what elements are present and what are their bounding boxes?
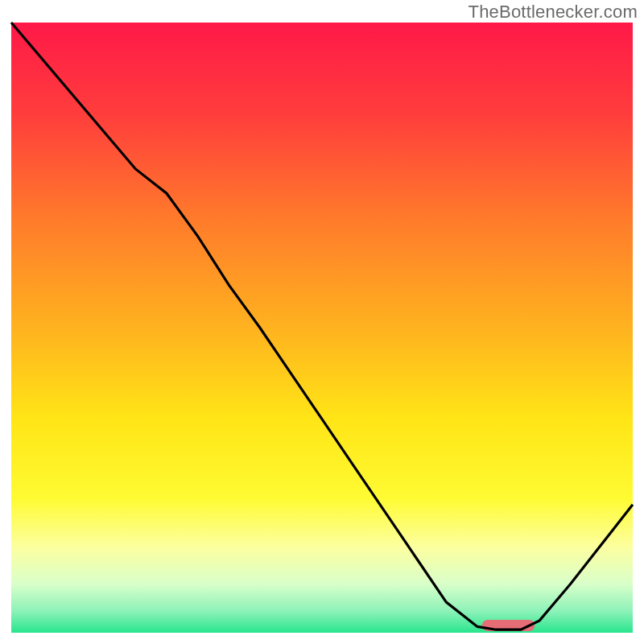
gradient-background [11,23,633,633]
bottleneck-chart: TheBottlenecker.com [0,0,644,644]
watermark-text: TheBottlenecker.com [469,2,638,23]
chart-svg [0,0,644,644]
